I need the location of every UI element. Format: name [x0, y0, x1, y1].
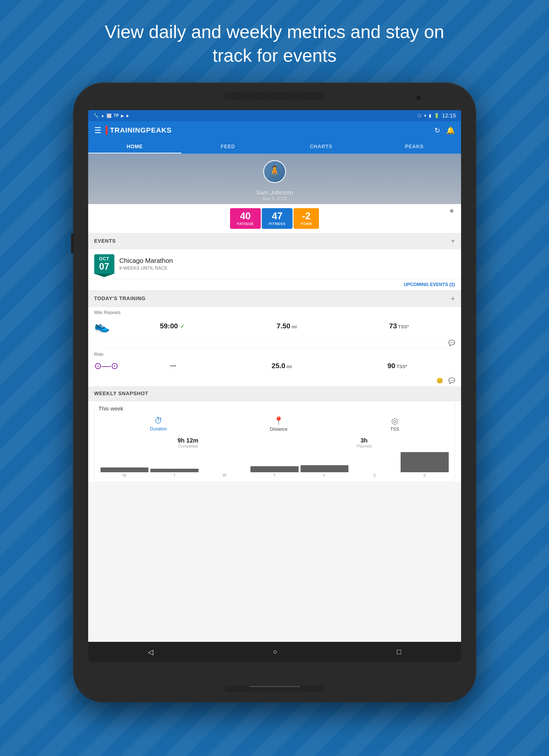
bar-label-S: S: [373, 473, 376, 478]
snapshot-title: WEEKLY SNAPSHOT: [94, 391, 148, 396]
distance-label: Distance: [270, 427, 287, 432]
training-content-ride: ⊙—⊙ ··· 25.0 mi 90 TSS*: [88, 358, 461, 375]
status-time: 12:15: [442, 112, 456, 119]
fatigue-label: FATIGUE: [237, 222, 254, 226]
snapshot-section: This week ⏱ Duration 📍 Distance ◎ TSS: [88, 401, 461, 482]
tab-charts[interactable]: CHARTS: [275, 139, 368, 153]
snapshot-completed: 9h 12m Completed: [178, 437, 199, 449]
page-headline: View daily and weekly metrics and stay o…: [105, 20, 444, 67]
tab-home[interactable]: HOME: [88, 139, 181, 153]
tab-feed[interactable]: FEED: [181, 139, 275, 153]
avatar-person-icon: 🧍: [268, 165, 281, 178]
tab-peaks[interactable]: PEAKS: [368, 139, 461, 153]
ride-distance: 25.0 mi: [272, 362, 292, 370]
snapshot-completed-value: 9h 12m: [178, 437, 199, 444]
avatar: 🧍: [263, 160, 286, 183]
snapshot-planned: 3h Planned: [357, 437, 372, 449]
ride-icon: ⊙—⊙: [94, 361, 118, 371]
bar-label-T: T: [273, 473, 276, 478]
back-button[interactable]: ◁: [138, 645, 164, 659]
ride-duration-value: ···: [170, 362, 176, 370]
profile-date: Aug 3, 2018: [262, 196, 287, 202]
bar-label-S: S: [423, 473, 426, 478]
snapshot-planned-value: 3h: [357, 437, 372, 444]
training-stats-ride: ··· 25.0 mi 90 TSS*: [122, 362, 455, 370]
event-day: 07: [98, 262, 110, 272]
nav-tabs: HOME FEED CHARTS PEAKS: [88, 139, 461, 154]
training-title: TODAY'S TRAINING: [94, 296, 146, 301]
refresh-icon[interactable]: ↻: [434, 126, 440, 135]
emoji-icon-ride[interactable]: 😊: [436, 377, 443, 384]
bar-label-M: M: [123, 473, 126, 478]
wifi-icon: ▾: [424, 113, 426, 118]
bar-col-S: S: [350, 472, 399, 478]
training-item-run: Mile Repeats 👟 59:00 ✓ 7.50 mi 73 TSS*: [88, 307, 461, 348]
tablet-bottom-bar: [249, 686, 300, 687]
bar-col-T: T: [250, 466, 299, 478]
bar-M: [101, 467, 149, 472]
bell-icon[interactable]: 🔔: [446, 126, 455, 135]
event-date-badge: OCT 07: [94, 254, 114, 274]
bar-col-T: T: [150, 469, 199, 478]
bar-col-W: W: [201, 472, 249, 478]
home-button[interactable]: ○: [263, 645, 287, 658]
diamond-icon: ◆: [126, 114, 129, 118]
snapshot-completed-label: Completed: [178, 444, 199, 449]
logo-accent: [106, 126, 108, 135]
bar-col-F: F: [301, 465, 349, 478]
tablet-device: 🔧 ▲ ⬜ TP ▶ ◆ ⬡ ▾ ▮ 🔋 12:15 ☰ TRAININGPEA…: [73, 82, 476, 702]
speaker-top: [224, 92, 325, 100]
comment-icon-run[interactable]: 💬: [448, 340, 455, 346]
training-footer-ride: 😊 💬: [88, 375, 461, 386]
upcoming-events-link[interactable]: UPCOMING EVENTS (2): [88, 279, 461, 291]
bluetooth-icon: ⬡: [417, 113, 422, 118]
run-duration-value: 59:00 ✓: [160, 322, 184, 330]
snapshot-metric-distance[interactable]: 📍 Distance: [270, 416, 287, 432]
ride-distance-value: 25.0 mi: [272, 362, 292, 370]
run-duration: 59:00 ✓: [160, 322, 184, 330]
triangle-icon: ▲: [101, 113, 105, 118]
tss-icon: ◎: [391, 416, 398, 426]
bar-chart: MTWTFSS: [99, 453, 451, 478]
bar-col-M: M: [101, 467, 149, 478]
bar-label-W: W: [222, 473, 226, 478]
comment-icon-ride[interactable]: 💬: [448, 377, 455, 384]
bar-T: [150, 469, 199, 472]
status-icons-right: ⬡ ▾ ▮ 🔋 12:15: [417, 112, 456, 119]
fatigue-value: 40: [240, 211, 251, 221]
snapshot-inner: This week ⏱ Duration 📍 Distance ◎ TSS: [94, 401, 455, 482]
run-tss-value: 73 TSS*: [389, 322, 409, 330]
screen-content[interactable]: 🧍 Sam Johnson Aug 3, 2018 40 FATIGUE 47 …: [88, 154, 461, 642]
upcoming-link-text[interactable]: UPCOMING EVENTS (2): [404, 282, 455, 287]
fitness-label: FITNESS: [269, 222, 285, 226]
bottom-nav: ◁ ○ □: [88, 642, 461, 662]
training-item-header-ride: Ride: [88, 349, 461, 358]
event-card[interactable]: OCT 07 Chicago Marathon 9 WEEKS UNTIL RA…: [88, 249, 461, 279]
recent-button[interactable]: □: [387, 645, 411, 658]
fitness-value: 47: [272, 211, 282, 221]
app-header: ☰ TRAININGPEAKS ↻ 🔔: [88, 121, 461, 139]
training-content-run: 👟 59:00 ✓ 7.50 mi 73 TSS*: [88, 316, 461, 337]
menu-icon[interactable]: ☰: [94, 125, 102, 135]
bar-F: [301, 465, 349, 472]
run-icon: 👟: [94, 319, 110, 333]
snapshot-metric-duration[interactable]: ⏱ Duration: [150, 416, 167, 432]
event-name: Chicago Marathon: [119, 257, 455, 265]
training-type-run: Mile Repeats: [94, 310, 121, 315]
event-month: OCT: [98, 256, 110, 262]
events-add-button[interactable]: +: [451, 237, 455, 245]
form-badge: -2 FORM: [294, 208, 319, 229]
snapshot-metric-tss[interactable]: ◎ TSS: [390, 416, 399, 432]
run-tss: 73 TSS*: [389, 322, 409, 330]
training-add-button[interactable]: +: [451, 295, 455, 303]
bar-label-T: T: [173, 473, 176, 478]
training-item-header-run: Mile Repeats: [88, 307, 461, 316]
ride-tss-value: 90 TSS*: [387, 362, 407, 370]
fitness-badge: 47 FITNESS: [262, 208, 293, 229]
training-footer-run: 💬: [88, 337, 461, 348]
distance-icon: 📍: [274, 416, 284, 426]
snapshot-week-label: This week: [99, 405, 451, 412]
status-bar: 🔧 ▲ ⬜ TP ▶ ◆ ⬡ ▾ ▮ 🔋 12:15: [88, 110, 461, 121]
bar-T: [250, 466, 299, 472]
side-button: [71, 234, 74, 254]
